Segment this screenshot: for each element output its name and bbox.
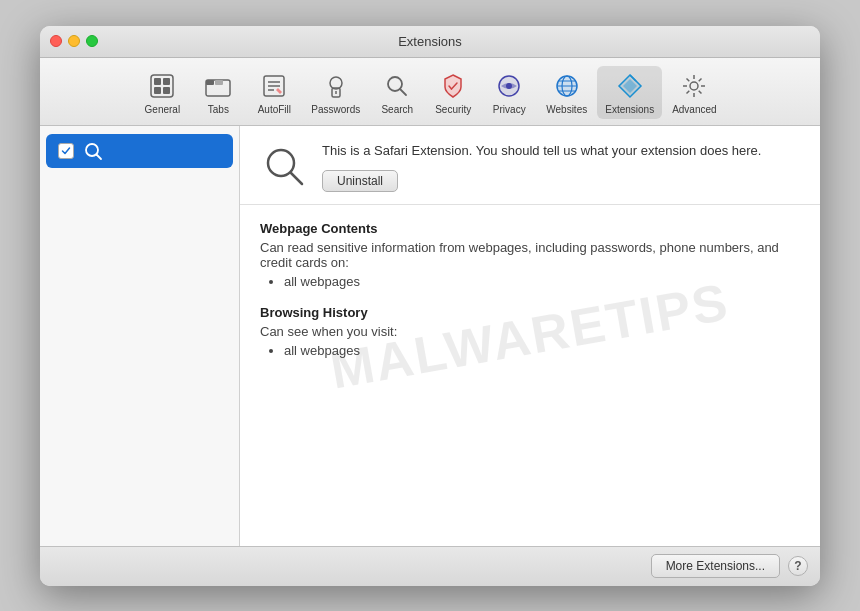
list-item: all webpages	[284, 343, 800, 358]
minimize-button[interactable]	[68, 35, 80, 47]
extensions-icon	[614, 70, 646, 102]
svg-rect-7	[215, 80, 223, 85]
svg-line-16	[400, 89, 406, 95]
extension-info: This is a Safari Extension. You should t…	[322, 142, 800, 192]
search-icon	[381, 70, 413, 102]
traffic-lights	[50, 35, 98, 47]
toolbar-privacy[interactable]: Privacy	[482, 66, 536, 119]
toolbar-general[interactable]: General	[135, 66, 189, 119]
toolbar-search[interactable]: Search	[370, 66, 424, 119]
svg-rect-1	[154, 78, 161, 85]
sidebar-item-search-ext[interactable]	[46, 134, 233, 168]
toolbar-passwords[interactable]: Passwords	[303, 66, 368, 119]
toolbar-extensions[interactable]: Extensions	[597, 66, 662, 119]
browsing-history-section: Browsing History Can see when you visit:…	[260, 305, 800, 358]
advanced-icon	[678, 70, 710, 102]
webpage-contents-title: Webpage Contents	[260, 221, 800, 236]
tabs-icon	[202, 70, 234, 102]
extension-header: This is a Safari Extension. You should t…	[240, 126, 820, 205]
extensions-label: Extensions	[605, 104, 654, 115]
extension-description: This is a Safari Extension. You should t…	[322, 142, 800, 160]
svg-line-34	[687, 78, 690, 81]
search-label: Search	[381, 104, 413, 115]
webpage-contents-list: all webpages	[260, 274, 800, 289]
svg-point-40	[268, 150, 294, 176]
list-item: all webpages	[284, 274, 800, 289]
sidebar	[40, 126, 240, 546]
uninstall-button[interactable]: Uninstall	[322, 170, 398, 192]
svg-point-12	[330, 77, 342, 89]
extension-icon	[260, 142, 308, 190]
close-button[interactable]	[50, 35, 62, 47]
main-window: Extensions General	[40, 26, 820, 586]
websites-icon	[551, 70, 583, 102]
webpage-contents-desc: Can read sensitive information from webp…	[260, 240, 800, 270]
toolbar-websites[interactable]: Websites	[538, 66, 595, 119]
privacy-label: Privacy	[493, 104, 526, 115]
content-area: MALWARETIPS This is a Safari Extension. …	[40, 126, 820, 546]
browsing-history-list: all webpages	[260, 343, 800, 358]
footer: More Extensions... ?	[40, 546, 820, 586]
autofill-icon	[258, 70, 290, 102]
webpage-contents-section: Webpage Contents Can read sensitive info…	[260, 221, 800, 289]
window-title: Extensions	[398, 34, 462, 49]
detail-panel: MALWARETIPS This is a Safari Extension. …	[240, 126, 820, 546]
more-extensions-button[interactable]: More Extensions...	[651, 554, 780, 578]
tabs-label: Tabs	[208, 104, 229, 115]
help-button[interactable]: ?	[788, 556, 808, 576]
websites-label: Websites	[546, 104, 587, 115]
maximize-button[interactable]	[86, 35, 98, 47]
toolbar-items: General Tabs	[135, 66, 724, 119]
svg-rect-6	[206, 80, 214, 85]
toolbar-autofill[interactable]: AutoFill	[247, 66, 301, 119]
browsing-history-desc: Can see when you visit:	[260, 324, 800, 339]
security-label: Security	[435, 104, 471, 115]
passwords-label: Passwords	[311, 104, 360, 115]
toolbar-tabs[interactable]: Tabs	[191, 66, 245, 119]
titlebar: Extensions	[40, 26, 820, 58]
svg-line-39	[97, 154, 102, 159]
svg-line-36	[699, 78, 702, 81]
svg-point-20	[506, 83, 512, 89]
svg-rect-3	[154, 87, 161, 94]
toolbar-advanced[interactable]: Advanced	[664, 66, 724, 119]
passwords-icon	[320, 70, 352, 102]
general-icon	[146, 70, 178, 102]
security-icon	[437, 70, 469, 102]
svg-rect-2	[163, 78, 170, 85]
toolbar: General Tabs	[40, 58, 820, 126]
svg-line-41	[291, 173, 302, 184]
svg-rect-4	[163, 87, 170, 94]
extension-checkbox[interactable]	[58, 143, 74, 159]
autofill-label: AutoFill	[258, 104, 291, 115]
svg-point-29	[690, 82, 698, 90]
svg-line-35	[699, 90, 702, 93]
permissions-section: Webpage Contents Can read sensitive info…	[240, 205, 820, 390]
advanced-label: Advanced	[672, 104, 716, 115]
privacy-icon	[493, 70, 525, 102]
sidebar-ext-icon	[82, 140, 104, 162]
svg-line-37	[687, 90, 690, 93]
toolbar-security[interactable]: Security	[426, 66, 480, 119]
general-label: General	[145, 104, 181, 115]
browsing-history-title: Browsing History	[260, 305, 800, 320]
